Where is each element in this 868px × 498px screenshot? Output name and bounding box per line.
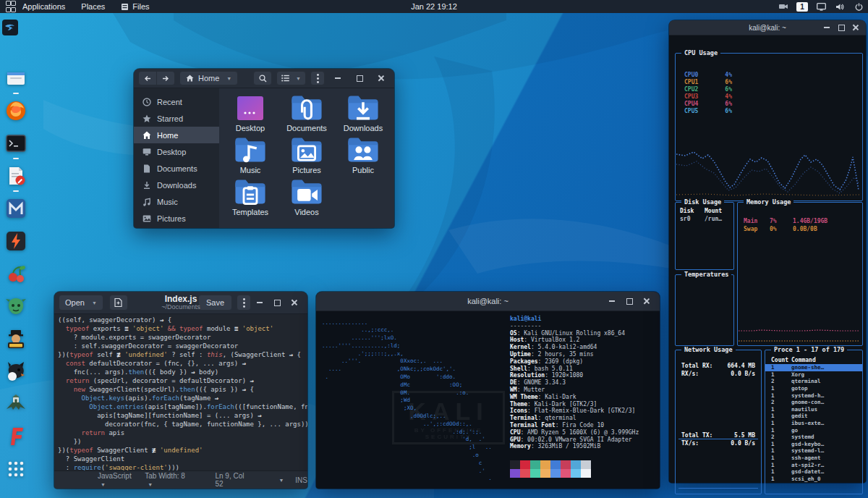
process-row[interactable]: 1gsd-keybo… xyxy=(765,441,862,448)
open-button[interactable]: Open ▼ xyxy=(59,295,103,311)
chevron-down-icon[interactable]: ▼ xyxy=(278,478,284,483)
dock-item-john-the-ripper[interactable] xyxy=(5,328,27,350)
dock-item-files[interactable] xyxy=(5,67,27,89)
process-row[interactable]: 1at-spi2-r… xyxy=(765,461,862,468)
process-row[interactable]: 1ssh-agent xyxy=(765,455,862,462)
sidebar-item-home[interactable]: Home xyxy=(134,127,219,143)
process-row[interactable]: 1gsd-datet… xyxy=(765,468,862,476)
menu-kebab-button[interactable] xyxy=(310,71,325,85)
save-button[interactable]: Save xyxy=(198,295,232,311)
cursor-position[interactable]: Ln 9, Col 52 xyxy=(215,472,250,488)
display-icon[interactable] xyxy=(813,0,829,13)
dock-item-text-editor[interactable] xyxy=(5,165,27,187)
sidebar-item-recent[interactable]: Recent xyxy=(134,93,219,110)
volume-icon[interactable] xyxy=(832,0,848,13)
process-row[interactable]: 1scsi_eh_0 xyxy=(765,476,862,483)
power-icon[interactable] xyxy=(851,0,867,13)
process-row[interactable]: 1ibus-exte… xyxy=(765,420,862,427)
process-row[interactable]: 1gedit xyxy=(765,413,862,420)
close-button[interactable] xyxy=(848,22,863,33)
sidebar-item-label: Recent xyxy=(157,98,182,106)
close-button[interactable] xyxy=(286,297,303,309)
dock-item-cherrytree[interactable] xyxy=(5,263,27,284)
maximize-button[interactable] xyxy=(834,22,848,33)
terminal-window: kali@kali: ~ KALI BY OFFENSIVE SECURITY … xyxy=(316,292,660,489)
home-icon xyxy=(186,75,194,82)
folder-downloads[interactable]: Downloads xyxy=(335,96,391,138)
process-row[interactable]: 2qterminal xyxy=(765,378,862,385)
folder-videos[interactable]: Videos xyxy=(278,180,335,221)
minimize-button[interactable] xyxy=(251,297,268,309)
language-selector[interactable]: JavaScript▼ xyxy=(98,472,135,488)
maximize-button[interactable] xyxy=(351,72,368,85)
folder-desktop[interactable]: Desktop xyxy=(222,96,278,138)
sidebar-item-desktop[interactable]: Desktop xyxy=(134,143,219,160)
maximize-button[interactable] xyxy=(621,295,638,308)
menu-places[interactable]: Places xyxy=(73,0,113,13)
code-line: })(typeof SwaggerClient ≢ 'undefined' xyxy=(58,446,307,455)
file-manager-titlebar[interactable]: Home ▼ ▼ xyxy=(134,69,394,88)
forward-button[interactable] xyxy=(157,71,175,85)
sidebar-item-documents[interactable]: Documents xyxy=(134,160,219,177)
monitor-titlebar[interactable]: kali@kali: ~ xyxy=(669,20,866,35)
tab-width-selector[interactable]: Tab Width: 8▼ xyxy=(145,472,187,488)
terminal-content[interactable]: KALI BY OFFENSIVE SECURITY .............… xyxy=(316,311,660,489)
dock-item-faraday[interactable] xyxy=(5,426,27,447)
palette-swatch xyxy=(530,460,540,469)
code-area[interactable]: ((self, swaggerDecorator) ⇒ { typeof exp… xyxy=(54,314,307,471)
maximize-button[interactable] xyxy=(268,297,286,309)
dock-item-show-apps[interactable] xyxy=(5,458,27,480)
minimize-button[interactable] xyxy=(329,72,346,85)
process-row[interactable]: 1nautilus xyxy=(765,406,862,413)
folder-templates[interactable]: Templates xyxy=(222,180,278,221)
sidebar-item-label: Desktop xyxy=(157,148,186,156)
back-button[interactable] xyxy=(138,71,157,85)
dock-item-green-goblin[interactable] xyxy=(5,295,27,317)
process-row[interactable]: 2gnome-con… xyxy=(765,399,862,406)
folder-pictures[interactable]: Pictures xyxy=(278,138,335,180)
sidebar-item-pictures[interactable]: Pictures xyxy=(134,210,219,227)
menu-kebab-button[interactable] xyxy=(237,295,251,311)
metasploit-icon xyxy=(5,198,27,219)
process-row[interactable]: 1gnome-she… xyxy=(765,364,862,371)
palette-swatch xyxy=(561,460,571,469)
folder-label: Pictures xyxy=(292,166,321,174)
menu-applications[interactable]: Applications xyxy=(14,0,73,13)
path-button[interactable]: Home ▼ xyxy=(179,71,238,85)
process-row[interactable]: 1go xyxy=(765,426,862,434)
search-button[interactable] xyxy=(253,71,272,85)
dock-item-metasploit[interactable] xyxy=(5,198,27,219)
terminal-titlebar[interactable]: kali@kali: ~ xyxy=(316,292,660,311)
process-row[interactable]: 1systemd-l… xyxy=(765,447,862,455)
process-row[interactable]: 1gotop xyxy=(765,385,862,392)
new-document-button[interactable] xyxy=(109,295,128,311)
rx-rate-value: 0.0 B/s xyxy=(731,371,755,377)
process-row[interactable]: 1Xorg xyxy=(765,371,862,379)
kali-logo-tile[interactable] xyxy=(2,20,18,35)
dock-item-burpsuite[interactable] xyxy=(5,230,27,252)
sidebar-item-music[interactable]: Music xyxy=(134,193,219,210)
dock-item-bat-tool[interactable] xyxy=(5,393,27,415)
tab-width-label: Tab Width: 8 xyxy=(145,472,185,480)
indicator-icon[interactable] xyxy=(775,0,791,13)
close-button[interactable] xyxy=(638,295,655,308)
workspace-indicator[interactable]: 1 xyxy=(794,0,810,13)
dock-item-terminal[interactable] xyxy=(5,132,27,154)
close-button[interactable] xyxy=(373,72,390,85)
process-row[interactable]: 2systemd xyxy=(765,434,862,441)
insert-mode[interactable]: INS xyxy=(295,476,307,484)
view-options-button[interactable]: ▼ xyxy=(276,71,306,85)
minimize-button[interactable] xyxy=(820,22,834,33)
menu-files[interactable]: Files xyxy=(113,0,157,13)
folder-documents[interactable]: Documents xyxy=(278,96,335,138)
dock-item-firefox[interactable] xyxy=(5,100,27,122)
sidebar-item-starred[interactable]: Starred xyxy=(134,110,219,127)
folder-music[interactable]: Music xyxy=(222,138,278,180)
process-row[interactable]: 1systemd-h… xyxy=(765,392,862,399)
sidebar-item-downloads[interactable]: Downloads xyxy=(134,177,219,193)
dock-item-dog-tool[interactable] xyxy=(5,360,27,382)
minimize-button[interactable] xyxy=(603,295,621,308)
editor-titlebar[interactable]: Open ▼ Index.js ~/Documents Save xyxy=(54,292,307,314)
activities-grid-icon[interactable] xyxy=(6,1,14,12)
folder-public[interactable]: Public xyxy=(335,138,391,180)
